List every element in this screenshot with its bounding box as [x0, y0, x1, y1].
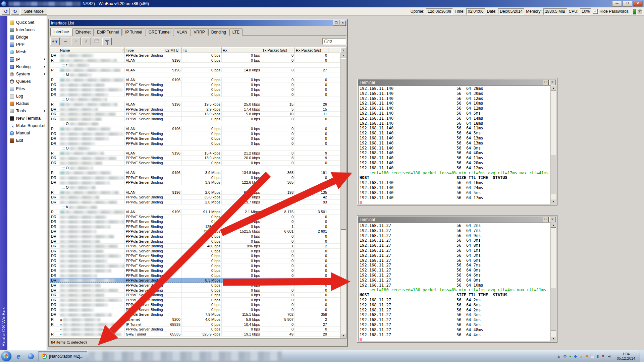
network-icon[interactable]: ▮: [597, 354, 599, 358]
taskbar-clock[interactable]: 1:04 05.12.2014: [617, 352, 635, 361]
table-row[interactable]: DRPPPoE Server Binding0 bps0 bps00: [50, 298, 340, 303]
tab-vrrp[interactable]: VRRP: [191, 28, 208, 36]
sidebar-item-system[interactable]: ⚙System: [7, 70, 47, 78]
app-blue-icon[interactable]: ◆: [574, 354, 577, 358]
table-row[interactable]: DRPPPoE Server Binding0 bps0 bps00: [50, 82, 340, 87]
tab-bonding[interactable]: Bonding: [208, 28, 229, 36]
table-row[interactable]: DRPPPoE Server Binding0 bps0 bps00: [50, 263, 340, 268]
table-row-selected[interactable]: DRPPPoE Server Binding8.3 Mbps: [50, 278, 340, 283]
flag-icon[interactable]: ⚑: [601, 354, 605, 358]
table-row[interactable]: DRPPPoE Server Binding0 bps0 bps00: [50, 302, 340, 307]
table-row[interactable]: DRPPPoE Server Binding0 bps0 bps00: [50, 136, 340, 141]
maximize-button[interactable]: ❒: [543, 217, 549, 222]
comment-row[interactable]: ;;; c: [50, 63, 340, 68]
header-tx[interactable]: Tx: [182, 47, 222, 53]
table-row[interactable]: DRPPPoE Server Binding3.9 Mbps122.6 kbps…: [50, 180, 340, 185]
tab-lte[interactable]: LTE: [229, 28, 243, 36]
table-row[interactable]: DRPPPoE Server Binding73.4 Mbps1521.5 kb…: [50, 229, 340, 234]
table-row[interactable]: DRPPPoE Server Binding0 bps0 bps00: [50, 92, 340, 97]
sidebar-item-interfaces[interactable]: Interfaces: [7, 26, 47, 34]
redo-button[interactable]: ↻: [11, 8, 19, 15]
start-button[interactable]: [1, 351, 11, 361]
comment-row[interactable]: ;;; O: [50, 185, 340, 190]
app-titlebar[interactable]: NAS2) - WinBox v6.20 on x86 (x86) — ❒ ✕: [0, 0, 644, 7]
table-row[interactable]: RVLAN91962.0 Mbps61.1 kbps198135: [50, 190, 340, 195]
sidebar-item-bridge[interactable]: Bridge: [7, 34, 47, 41]
sidebar-item-quick-set[interactable]: Quick Set: [7, 19, 47, 26]
table-row[interactable]: DRPPPoE Server Binding0 bps0 bps00: [50, 307, 340, 312]
close-icon[interactable]: ✕: [549, 217, 555, 222]
hidden-icons-chevron[interactable]: ▲: [557, 354, 561, 358]
table-row[interactable]: DRPPPoE Server Binding2.0 Mbps29.7 kbps9…: [50, 200, 340, 205]
tab-ip-tunnel[interactable]: IP Tunnel: [122, 28, 145, 36]
sidebar-item-routing[interactable]: ✕Routing: [7, 63, 47, 70]
minimize-button[interactable]: —: [612, 1, 622, 7]
sidebar-item-queues[interactable]: Queues: [7, 78, 47, 85]
sidebar-item-mesh[interactable]: Mesh: [7, 48, 47, 56]
table-row[interactable]: DRPPPoE Server Binding13.9 kbps5.8 kbps1…: [50, 112, 340, 117]
header-tp[interactable]: Tx Packet (p/s): [261, 47, 295, 53]
header-rp[interactable]: Rx Packet (p/s): [295, 47, 328, 53]
table-row[interactable]: DRPPPoE Server Binding0 bps0 bps00: [50, 293, 340, 298]
table-row[interactable]: DRPPPoE Server Binding0 bps0 bps00: [50, 268, 340, 273]
close-button[interactable]: ✕: [633, 1, 643, 7]
tab-interface[interactable]: Interface: [50, 28, 72, 36]
sidebar-item-ppp[interactable]: PPP: [7, 41, 47, 48]
scroll-thumb[interactable]: [341, 58, 346, 230]
tab-vlan[interactable]: VLAN: [174, 28, 190, 36]
scroll-up-button[interactable]: ▲: [551, 85, 556, 90]
header-rx[interactable]: Rx: [222, 47, 261, 53]
shield-icon[interactable]: ▲: [579, 354, 583, 358]
active-task-button[interactable]: [NanoStation M2]...: [38, 351, 87, 361]
sidebar-item-tools[interactable]: Tools: [7, 107, 47, 115]
table-row[interactable]: DRPPPoE Server Binding0 bps0 bps0: [50, 283, 340, 288]
interface-list-titlebar[interactable]: Interface List ❒ ✕: [50, 20, 346, 26]
hide-passwords-label[interactable]: Hide Passwords: [599, 9, 629, 14]
table-row[interactable]: DRPPPoE Server Binding0 bps0 bps00: [50, 239, 340, 244]
comment-row[interactable]: ;;; O: [50, 146, 340, 151]
enable-button[interactable]: ✓: [71, 38, 80, 45]
table-row[interactable]: DRPPPoE Server Binding0 bps0 bps00: [50, 117, 340, 122]
disable-button[interactable]: ✗: [82, 38, 91, 45]
table-row[interactable]: DRPPPoE Server Binding0 bps0 bps00: [50, 161, 340, 166]
terminal1-output[interactable]: 192.168.11.140 56 64 28ms192.168.11.140 …: [358, 85, 556, 204]
terminal1-titlebar[interactable]: Terminal ❒ ✕: [358, 79, 556, 85]
table-row[interactable]: DRPPPoE Server Binding7.9 Mbps115.1 kbps…: [50, 312, 340, 317]
scroll-down-button[interactable]: ▼: [341, 333, 346, 338]
terminal2-output[interactable]: 192.168.11.27 56 64 2ms192.168.11.27 56 …: [358, 223, 556, 341]
filter-button[interactable]: [102, 38, 112, 45]
table-row[interactable]: DRPPPoE Server Binding0 bps0 bps00: [50, 53, 340, 58]
table-row[interactable]: RVLAN91963.9 Mbps134.8 kbps365191: [50, 170, 340, 175]
table-row[interactable]: RVLAN91960 bps0 bps00: [50, 126, 340, 131]
sidebar-item-manual[interactable]: ?Manual: [7, 129, 47, 137]
table-row[interactable]: DRPPPoE Server Binding0 bps0 bps00: [50, 288, 340, 293]
table-row[interactable]: R«GRE Tunnel65535325.9 kbps19.1 kbps4920: [50, 332, 340, 337]
safe-mode-button[interactable]: Safe Mode: [20, 8, 47, 15]
sidebar-item-files[interactable]: Files: [7, 85, 47, 93]
column-selector-button[interactable]: ▼: [340, 47, 346, 53]
table-row[interactable]: R«IP Tunnel655350 bps10.4 kbps027: [50, 322, 340, 327]
comment-row[interactable]: ;;; M: [50, 72, 340, 77]
table-row[interactable]: RVLAN91960 bps14.8 kbps027: [50, 68, 340, 73]
winbox-taskbar-button[interactable]: [25, 352, 36, 361]
table-row[interactable]: DRPPPoE Server Binding2.9 kbps17.4 kbps5…: [50, 107, 340, 112]
scroll-up-button[interactable]: ▲: [551, 223, 556, 228]
scroll-up-button[interactable]: ▲: [341, 53, 346, 58]
tab-gre-tunnel[interactable]: GRE Tunnel: [146, 28, 173, 36]
drive-icon[interactable]: ■: [586, 354, 588, 358]
comment-row[interactable]: ;;; O: [50, 121, 340, 126]
table-row[interactable]: DRPPPoE Server Binding35.0 kbps22.7 kbps…: [50, 195, 340, 200]
comment-row[interactable]: ;;; O: [50, 166, 340, 171]
table-row[interactable]: DRPPPoE Server Binding1256 bps0 bps10: [50, 224, 340, 229]
add-button[interactable]: +▼: [50, 38, 60, 45]
maximize-button[interactable]: ❒: [623, 1, 632, 7]
table-row[interactable]: DRPPPoE Server Binding0 bps00: [50, 215, 340, 220]
scroll-thumb[interactable]: [551, 154, 556, 193]
table-row[interactable]: DRPPPoE Server Binding0 bps0 bps00: [50, 141, 340, 146]
scroll-down-button[interactable]: ▼: [551, 336, 556, 341]
tab-eoip-tunnel[interactable]: EoIP Tunnel: [94, 28, 122, 36]
comment-row[interactable]: ;;; O: [50, 97, 340, 102]
table-row[interactable]: RVLAN919615.4 kbps21.2 kbps89: [50, 151, 340, 156]
table-row[interactable]: DRPPPoE Server Binding0 bps0 bps00: [50, 258, 340, 263]
close-icon[interactable]: ✕: [340, 20, 346, 26]
